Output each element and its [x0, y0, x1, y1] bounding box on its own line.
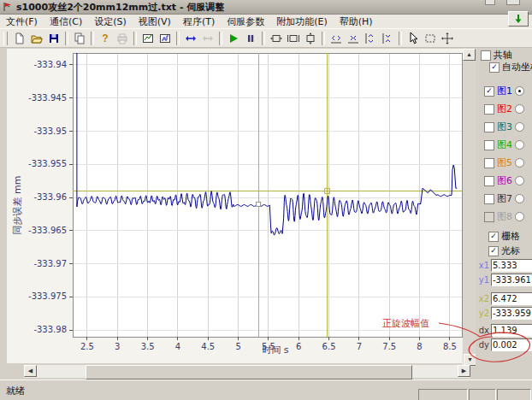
graph-3-label: 图3: [497, 121, 512, 133]
menu-item-4[interactable]: 视图(V): [133, 15, 177, 29]
y2-field[interactable]: [491, 307, 532, 320]
green-down-arrow-button[interactable]: [508, 11, 529, 26]
graph-8-label: 图8: [497, 210, 512, 223]
x2-field[interactable]: [491, 292, 532, 305]
pan-h-active-icon: [184, 32, 198, 45]
copy-button[interactable]: [71, 30, 88, 46]
scroll-down-button[interactable]: ▼: [464, 354, 476, 366]
title-bar[interactable]: s1000攻丝2个20mm12mm过.txt - 伺服调整: [0, 0, 532, 15]
menu-item-7[interactable]: 附加功能(E): [270, 15, 334, 29]
graph-3-checkbox[interactable]: [484, 122, 494, 132]
axis-zoom-x-out-icon: [346, 32, 360, 45]
graph-3-radio[interactable]: [515, 122, 524, 132]
toolbar-separator: [133, 32, 137, 45]
graph-5-radio[interactable]: [515, 158, 524, 168]
horizontal-scrollbar: ◀ ▶: [24, 365, 470, 378]
window-title: s1000攻丝2个20mm12mm过.txt - 伺服调整: [16, 1, 224, 14]
fit-points-button[interactable]: [285, 30, 302, 46]
chart-window-alt-button[interactable]: [157, 30, 174, 46]
y2-field-label: y2: [476, 309, 489, 318]
x1-field[interactable]: [491, 259, 532, 272]
dx-field[interactable]: [491, 324, 532, 337]
toolbar-separator: [219, 32, 222, 45]
save-icon: [47, 32, 61, 45]
graph-2: 图2: [484, 103, 524, 115]
menu-item-8[interactable]: 帮助(H): [334, 15, 379, 29]
pan-h-active-button[interactable]: [182, 30, 199, 46]
dy-field[interactable]: [491, 338, 532, 351]
grid-checkbox[interactable]: ✓: [488, 232, 499, 242]
new-file-button[interactable]: [11, 30, 28, 46]
graph-7-radio[interactable]: [515, 194, 524, 203]
pointer-icon: [406, 32, 420, 45]
menu-item-3[interactable]: 设定(S): [88, 15, 133, 29]
graph-7: 图7: [484, 192, 524, 205]
scrollbar-thumb[interactable]: [86, 365, 412, 379]
y1-field-label: y1: [476, 275, 489, 285]
move-cross-icon: [440, 32, 454, 45]
graph-6-checkbox[interactable]: [484, 176, 494, 186]
graph-1-checkbox[interactable]: ✓: [484, 86, 494, 97]
graph-4-label: 图4: [497, 138, 512, 151]
fit-height-button[interactable]: [302, 30, 319, 46]
copy-icon: [73, 32, 86, 45]
chart-window-button[interactable]: [139, 30, 157, 46]
graph-8-radio[interactable]: [515, 212, 524, 221]
menu-item-2[interactable]: 通信(C): [44, 15, 88, 29]
axis-zoom-x-out-button[interactable]: [345, 30, 362, 46]
graph-6: 图6: [484, 174, 524, 187]
graph-1-radio[interactable]: [515, 86, 524, 96]
graph-4: 图4: [484, 138, 524, 151]
axis-zoom-y-in-button[interactable]: [362, 30, 379, 46]
scroll-up-button[interactable]: ▲: [463, 49, 476, 61]
help-key-button[interactable]: ?: [97, 30, 114, 46]
scroll-right-button[interactable]: ▶: [458, 365, 470, 377]
y1-field[interactable]: [491, 274, 532, 286]
fit-width-icon: [269, 32, 283, 45]
cursor-checkbox[interactable]: ✓: [488, 246, 499, 256]
coaxial-checkbox[interactable]: [481, 50, 491, 61]
play-button[interactable]: [225, 30, 242, 46]
axis-zoom-x-in-button[interactable]: [328, 30, 345, 46]
graph-4-radio[interactable]: [515, 140, 524, 150]
status-pane: [418, 389, 468, 400]
save-button[interactable]: [45, 30, 62, 46]
auto-scale-checkbox[interactable]: ✓: [489, 62, 499, 73]
print-button[interactable]: [114, 30, 131, 46]
open-folder-icon: [30, 32, 44, 45]
menu-item-6[interactable]: 伺服参数: [221, 15, 270, 29]
toolbar-separator: [262, 32, 265, 45]
auto-scale-label: 自动坐标: [502, 61, 532, 74]
menu-item-1[interactable]: 文件(F): [0, 15, 44, 29]
graph-6-radio[interactable]: [515, 176, 524, 185]
grid: ✓栅格: [488, 230, 520, 243]
toolbar-separator: [91, 32, 94, 45]
toolbar: ?: [0, 28, 532, 48]
scroll-left-button[interactable]: ◀: [24, 365, 37, 377]
toolbar-grip: [3, 32, 8, 45]
pan-h-inactive-icon: [201, 32, 215, 45]
graph-2-checkbox[interactable]: [484, 104, 494, 115]
grid-label: 栅格: [501, 230, 520, 243]
graph-8: 图8: [484, 210, 524, 223]
plot-area[interactable]: [73, 53, 462, 337]
pause-button[interactable]: [242, 30, 259, 46]
select-rect-button[interactable]: [422, 30, 439, 46]
coaxial: 共轴: [481, 49, 512, 62]
status-pane: [497, 389, 531, 400]
open-folder-button[interactable]: [28, 30, 45, 46]
graph-5-checkbox[interactable]: [484, 158, 494, 168]
graph-7-checkbox[interactable]: [484, 194, 494, 204]
chart-window-alt-icon: [158, 32, 172, 45]
axis-zoom-y-out-button[interactable]: [379, 30, 396, 46]
graph-4-checkbox[interactable]: [484, 140, 494, 150]
menu-item-5[interactable]: 程序(T): [177, 15, 221, 29]
graph-2-radio[interactable]: [515, 104, 524, 114]
pan-h-inactive-button[interactable]: [199, 30, 216, 46]
fit-width-button[interactable]: [268, 30, 285, 46]
pointer-button[interactable]: [405, 30, 422, 46]
panel-scroll-strip: ▲ ▼: [462, 49, 476, 367]
move-cross-button[interactable]: [439, 30, 456, 46]
pause-icon: [244, 32, 257, 45]
graph-8-checkbox[interactable]: [484, 212, 494, 222]
